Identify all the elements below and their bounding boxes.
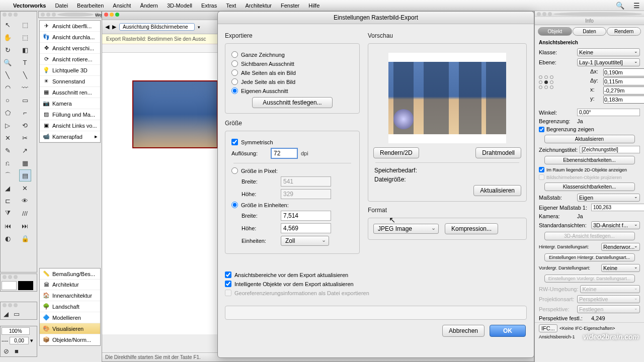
- angle-input[interactable]: [577, 109, 640, 116]
- rect-tool-icon[interactable]: ▭: [19, 94, 31, 106]
- tab-object[interactable]: Objekt: [538, 27, 572, 36]
- magnify-icon[interactable]: 🔍: [2, 56, 14, 68]
- radio-size-pixel[interactable]: [231, 167, 238, 174]
- menu-ansicht[interactable]: Ansicht: [113, 3, 131, 9]
- y-input[interactable]: [603, 96, 644, 104]
- rotate-icon[interactable]: ⟲: [19, 119, 31, 131]
- reshape-icon[interactable]: ▷: [2, 119, 14, 131]
- fill-none-icon[interactable]: ⊘: [2, 346, 11, 355]
- clip-icon[interactable]: ✕: [2, 132, 14, 144]
- window-controls[interactable]: Werkzeu...: [39, 12, 101, 18]
- update-objects-checkbox[interactable]: [225, 281, 231, 287]
- list-item[interactable]: ✥Ansicht verschi...: [40, 43, 100, 54]
- zoom-tool-icon[interactable]: ⬚: [19, 31, 31, 43]
- menu-extras-icon[interactable]: ☰: [633, 2, 640, 10]
- select-similar-icon[interactable]: ⬚: [19, 19, 31, 31]
- nav-fwd-icon[interactable]: ▶: [112, 24, 116, 30]
- nav-back-icon[interactable]: ◀: [105, 24, 109, 30]
- list-item[interactable]: ▣Ansicht Links vo...: [40, 120, 100, 131]
- fill-solid-icon[interactable]: ■: [12, 346, 21, 355]
- list-item[interactable]: 💡Lichtquelle 3D: [40, 65, 100, 76]
- scale-select[interactable]: Eigen: [577, 194, 640, 202]
- app-name[interactable]: Vectorworks: [13, 3, 46, 9]
- menu-text[interactable]: Text: [226, 3, 236, 9]
- list-item[interactable]: ▦Ausschnitt ren...: [40, 87, 100, 98]
- arc-tool-icon[interactable]: ◠: [2, 81, 14, 94]
- std-view-select[interactable]: 3D-Ansicht f...: [591, 221, 640, 229]
- line-tool-icon[interactable]: ╲: [2, 69, 14, 81]
- info-update-button[interactable]: Aktualisieren: [544, 135, 635, 143]
- render-2d-button[interactable]: Rendern/2D: [373, 147, 419, 158]
- bg-render-settings-button[interactable]: Einstellungen Hintergr. Darstellungsart.…: [544, 253, 635, 261]
- menu-aendern[interactable]: Ändern: [140, 3, 157, 9]
- freehand-icon[interactable]: 〰: [19, 81, 31, 94]
- dy-input[interactable]: [603, 77, 644, 85]
- compression-button[interactable]: Kompression...: [445, 223, 498, 234]
- dx-input[interactable]: [603, 68, 644, 76]
- tab-render[interactable]: Rendern: [607, 27, 641, 36]
- alignment-grid-icon[interactable]: [539, 75, 554, 89]
- fill-swatch[interactable]: [2, 281, 17, 290]
- move-begin-icon[interactable]: ⏮: [2, 220, 14, 232]
- radio-size-units[interactable]: [231, 202, 238, 208]
- coord-value[interactable]: 0,00: [10, 337, 28, 344]
- list-item[interactable]: 📷Kamera: [40, 98, 100, 109]
- trim-icon[interactable]: ✂: [19, 132, 31, 144]
- radio-each-page[interactable]: [231, 78, 238, 85]
- menu-extras[interactable]: Extras: [201, 3, 217, 9]
- class-select[interactable]: Keine: [577, 48, 640, 56]
- bg-render-select[interactable]: Renderwor...: [601, 243, 640, 251]
- menu-hilfe[interactable]: Hilfe: [308, 3, 319, 9]
- radio-custom[interactable]: [231, 87, 238, 94]
- tab-data[interactable]: Daten: [573, 27, 607, 36]
- custom-scale-input[interactable]: [591, 204, 644, 211]
- fg-render-settings-button[interactable]: Einstellungen Vordergr. Darstellungsart.…: [544, 275, 635, 283]
- text-tool-icon[interactable]: T: [19, 56, 31, 68]
- eyedropper-icon[interactable]: ✎: [2, 144, 14, 156]
- class-visibility-button[interactable]: Klassensichtbarkeiten...: [544, 183, 635, 191]
- polygon-tool-icon[interactable]: ⬠: [2, 107, 14, 119]
- menu-datei[interactable]: Datei: [55, 3, 68, 9]
- set-3d-view-button[interactable]: 3D-Ansicht festlegen...: [544, 232, 635, 240]
- split-icon[interactable]: ✕: [19, 182, 31, 194]
- snap2-icon[interactable]: ▭: [12, 309, 21, 318]
- taper-icon[interactable]: ⧩: [2, 207, 14, 219]
- units-select[interactable]: Zoll: [281, 236, 329, 246]
- mode-item[interactable]: 🔷Modellieren: [40, 312, 100, 323]
- height-unit-input[interactable]: [281, 223, 331, 233]
- update-viewports-checkbox[interactable]: [225, 272, 231, 278]
- polyline-tool-icon[interactable]: ⌐: [19, 107, 31, 119]
- drawing-title-input[interactable]: [580, 146, 640, 153]
- layer-visibility-button[interactable]: Ebenensichtbarkeiten...: [544, 156, 635, 164]
- mode-item[interactable]: 🏠Innenarchitektur: [40, 290, 100, 301]
- mode-item-visualize[interactable]: 🎨Visualisieren: [40, 323, 100, 334]
- radio-all-pages[interactable]: [231, 69, 238, 76]
- list-item[interactable]: 👣Ansicht durchla...: [40, 32, 100, 43]
- offset-icon[interactable]: ▦: [19, 157, 31, 169]
- show-crop-checkbox[interactable]: [539, 127, 544, 132]
- move-end-icon[interactable]: ⏭: [19, 220, 31, 232]
- zoom-value[interactable]: 100%: [2, 327, 30, 335]
- visibility-icon[interactable]: 👁: [19, 195, 31, 207]
- connect-icon[interactable]: ⊏: [2, 195, 14, 207]
- lock-icon[interactable]: 🔒: [19, 232, 31, 244]
- fg-render-select[interactable]: Keine: [601, 264, 640, 272]
- chamfer-icon[interactable]: ◢: [2, 182, 14, 194]
- mode-item[interactable]: 🌳Landschaft: [40, 301, 100, 312]
- radio-whole-drawing[interactable]: [231, 51, 238, 58]
- fillet-icon[interactable]: ⌒: [2, 169, 14, 182]
- double-line-icon[interactable]: ╲: [19, 69, 31, 81]
- show-2d-checkbox[interactable]: [539, 167, 544, 172]
- x-input[interactable]: [603, 86, 644, 95]
- define-area-button[interactable]: Ausschnitt festlegen...: [252, 97, 332, 108]
- list-item[interactable]: 📹Kamerapfad▸: [40, 131, 100, 142]
- circle-tool-icon[interactable]: ○: [2, 94, 14, 106]
- mirror-icon[interactable]: ⎌: [2, 157, 14, 169]
- render-bitmap-icon[interactable]: ▤: [19, 169, 31, 182]
- menu-architektur[interactable]: Architektur: [245, 3, 272, 9]
- width-unit-input[interactable]: [281, 211, 331, 221]
- ok-button[interactable]: OK: [490, 325, 526, 337]
- wireframe-button[interactable]: Drahtmodell: [475, 147, 521, 158]
- window-controls[interactable]: [1, 12, 37, 18]
- radio-visible[interactable]: [231, 60, 238, 67]
